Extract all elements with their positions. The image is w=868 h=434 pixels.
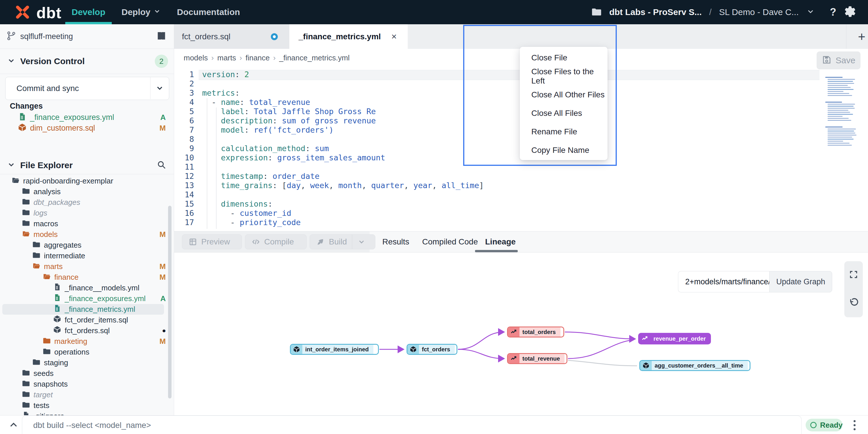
code-line-7[interactable]: 7 model: ref('fct_orders') [174, 125, 824, 135]
environment-name[interactable]: SL Demo - Dave C... [719, 7, 799, 17]
tree-item-models[interactable]: modelsM [0, 229, 174, 240]
breadcrumb-item[interactable]: _finance_metrics.yml [279, 54, 350, 62]
tree-item-analysis[interactable]: analysis [0, 186, 174, 197]
lineage-node-revenue_per_order[interactable]: revenue_per_order [638, 333, 711, 344]
lineage-controls [844, 261, 863, 317]
commit-options-chevron[interactable] [150, 77, 169, 99]
tree-item-seeds[interactable]: seeds [0, 368, 174, 379]
line-number: 14 [174, 190, 194, 199]
code-line-6[interactable]: 6 description: sum of gross revenue [174, 116, 824, 125]
code-line-12[interactable]: 12 timestamp: order_date [174, 172, 824, 181]
editor-minimap[interactable] [825, 77, 860, 151]
help-icon[interactable]: ? [830, 6, 836, 18]
project-name[interactable]: dbt Labs - ProServ S... [609, 7, 702, 17]
context-menu-item-rename-file[interactable]: Rename File [520, 122, 608, 141]
button-label: Build [329, 237, 347, 247]
docs-book-icon[interactable] [156, 30, 167, 42]
code-line-2[interactable]: 2 [174, 79, 824, 88]
tree-item-logs[interactable]: logs [0, 208, 174, 219]
code-line-5[interactable]: 5 label: Total Jaffle Shop Gross Re [174, 107, 824, 116]
kebab-menu-icon[interactable] [852, 418, 857, 432]
tree-item-macros[interactable]: macros [0, 219, 174, 229]
panel-tab-compiled-code[interactable]: Compiled Code [422, 231, 478, 252]
lineage-node-total_orders[interactable]: total_orders [507, 326, 564, 338]
tree-item-finance[interactable]: financeM [0, 272, 174, 283]
tree-item-aggregates[interactable]: aggregates [0, 240, 174, 251]
version-control-header[interactable]: Version Control 2 [0, 49, 174, 74]
search-icon[interactable] [156, 160, 166, 171]
build-options-chevron[interactable] [352, 235, 371, 249]
context-menu-item-close-all-files[interactable]: Close All Files [520, 104, 608, 122]
cube-icon [291, 345, 302, 354]
close-icon[interactable]: × [391, 31, 397, 42]
breadcrumb-item[interactable]: marts [217, 54, 236, 62]
nav-item-documentation[interactable]: Documentation [177, 0, 240, 24]
gear-icon[interactable] [844, 5, 857, 19]
code-line-8[interactable]: 8 [174, 135, 824, 144]
code-line-4[interactable]: 4 - name: total_revenue [174, 98, 824, 107]
fullscreen-icon[interactable] [849, 270, 858, 280]
tree-item-marketing[interactable]: marketingM [0, 336, 174, 347]
line-number: 17 [174, 218, 194, 227]
lineage-node-fct_orders[interactable]: fct_orders [407, 344, 457, 355]
context-menu-item-close-files-to-the-left[interactable]: Close Files to the Left [520, 67, 608, 86]
dbt-logo[interactable]: dbt [13, 2, 62, 23]
file-tree-scrollbar[interactable] [168, 206, 172, 399]
tree-item-dbt_packages[interactable]: dbt_packages [0, 197, 174, 208]
tree-item-_finance__models.yml[interactable]: _finance__models.yml [0, 283, 174, 293]
code-line-1[interactable]: 1version: 2 [174, 70, 824, 79]
update-graph-button[interactable]: Update Graph [769, 271, 832, 292]
breadcrumb-item[interactable]: models [184, 54, 208, 62]
panel-tab-results[interactable]: Results [382, 231, 409, 252]
command-input[interactable] [33, 421, 727, 430]
nav-item-develop[interactable]: Develop [72, 0, 105, 24]
build-button[interactable]: Build [310, 234, 375, 249]
tree-item-fct_order_items.sql[interactable]: fct_order_items.sql [0, 315, 174, 325]
tree-item-staging[interactable]: staging [0, 357, 174, 368]
save-button[interactable]: Save [816, 52, 861, 69]
code-line-10[interactable]: 10 expression: gross_item_sales_amount [174, 153, 824, 163]
nav-item-deploy[interactable]: Deploy [122, 0, 161, 24]
new-tab-button[interactable]: + [851, 24, 868, 49]
tree-item-_finance_metrics.yml[interactable]: _finance_metrics.yml [2, 304, 164, 315]
expand-panel-chevron-icon[interactable] [9, 420, 19, 431]
compile-button[interactable]: Compile [245, 234, 307, 249]
tree-item-fct_orders.sql[interactable]: fct_orders.sql• [0, 325, 174, 336]
tree-item-marts[interactable]: martsM [0, 261, 174, 272]
code-line-11[interactable]: 11 [174, 163, 824, 172]
commit-and-sync-button[interactable]: Commit and sync [5, 77, 169, 100]
branch-row[interactable]: sqlfluff-meeting [0, 24, 174, 49]
code-line-15[interactable]: 15 dimensions: [174, 199, 824, 209]
tree-item-.gitignore[interactable]: .gitignore [0, 411, 174, 415]
code-line-3[interactable]: 3metrics: [174, 88, 824, 98]
lineage-node-int_order_items_joined[interactable]: int_order_items_joined [290, 344, 379, 355]
breadcrumb-item[interactable]: finance [245, 54, 270, 62]
code-line-9[interactable]: 9 calculation_method: sum [174, 144, 824, 153]
environment-chevron-icon[interactable] [806, 7, 815, 17]
tree-item-_finance_exposures.yml[interactable]: _finance_exposures.ymlA [0, 293, 174, 304]
tree-item-tests[interactable]: tests [0, 400, 174, 411]
change-row[interactable]: dim_customers.sqlM [0, 123, 174, 133]
context-menu-item-copy-file-name[interactable]: Copy File Name [520, 141, 608, 160]
code-line-14[interactable]: 14 [174, 190, 824, 199]
lineage-node-total_revenue[interactable]: total_revenue [507, 353, 567, 364]
code-line-17[interactable]: 17 - priority_code [174, 218, 824, 227]
lineage-selector-input[interactable] [678, 271, 769, 292]
tree-item-operations[interactable]: operations [0, 347, 174, 357]
tab-finance-metrics[interactable]: _finance_metrics.yml × [289, 24, 408, 49]
tree-item-intermediate[interactable]: intermediate [0, 251, 174, 261]
reset-view-icon[interactable] [849, 298, 859, 309]
code-line-16[interactable]: 16 - customer_id [174, 209, 824, 218]
tree-item-rapid-onboarding-exemplar[interactable]: rapid-onboarding-exemplar [0, 176, 174, 186]
code-line-13[interactable]: 13 time_grains: [day, week, month, quart… [174, 181, 824, 190]
file-explorer-header[interactable]: File Explorer [0, 156, 174, 174]
tab-fct-orders[interactable]: fct_orders.sql [174, 24, 290, 49]
lineage-node-agg_customer_orders__all_time[interactable]: agg_customer_orders__all_time [639, 360, 750, 371]
context-menu-item-close-file[interactable]: Close File [520, 49, 608, 67]
context-menu-item-close-all-other-files[interactable]: Close All Other Files [520, 86, 608, 104]
panel-tab-lineage[interactable]: Lineage [485, 231, 516, 252]
tree-item-target[interactable]: target [0, 389, 174, 400]
change-row[interactable]: _finance_exposures.ymlA [0, 112, 174, 122]
preview-button[interactable]: Preview [182, 234, 242, 249]
tree-item-snapshots[interactable]: snapshots [0, 379, 174, 389]
